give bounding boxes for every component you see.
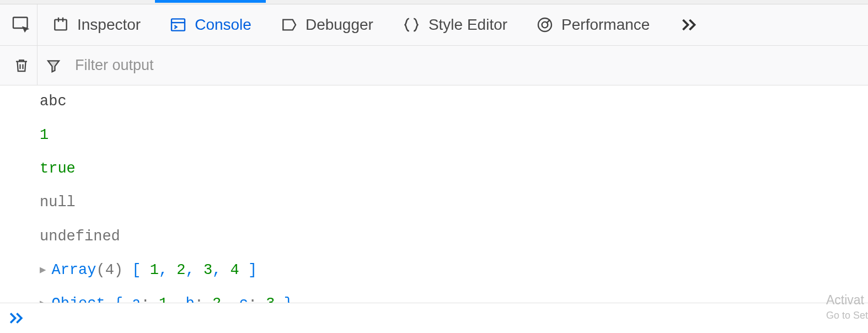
element-picker-icon [12,15,31,35]
log-number: 1 [40,125,49,146]
tab-console-label: Console [195,16,251,34]
svg-rect-0 [13,18,28,29]
tab-style-editor[interactable]: Style Editor [388,4,522,46]
tab-console[interactable]: Console [155,4,266,46]
log-line: true [0,153,868,186]
log-object-content: Object { a: 1, b: 2, c: 3 } [51,293,292,303]
tab-style-editor-label: Style Editor [428,16,507,34]
log-null: null [40,192,76,213]
expand-triangle-icon: ▶ [40,297,46,303]
chevron-double-right-icon [679,15,699,35]
log-line: 1 [0,119,868,153]
console-input-bar[interactable] [0,303,868,333]
log-line: abc [0,85,868,119]
tab-performance-label: Performance [561,16,650,34]
log-line: undefined [0,221,868,254]
log-line-array[interactable]: ▶ Array(4) [ 1, 2, 3, 4 ] [0,254,868,288]
tab-performance[interactable]: Performance [522,4,664,46]
log-string: abc [40,91,67,112]
performance-icon [536,16,554,34]
console-output: abc 1 true null undefined ▶ Array(4) [ 1… [0,85,868,303]
log-line-object[interactable]: ▶ Object { a: 1, b: 2, c: 3 } [0,288,868,303]
tab-inspector-label: Inspector [77,16,141,34]
inspector-icon [52,16,69,34]
log-undefined: undefined [40,226,120,248]
expand-triangle-icon: ▶ [40,263,46,278]
log-boolean: true [40,158,76,180]
filter-input[interactable] [69,57,862,74]
tab-inspector[interactable]: Inspector [37,4,155,46]
filter-toggle-button[interactable] [37,46,69,85]
debugger-icon [280,16,298,34]
devtools-tab-bar: Inspector Console Debugger Style Editor [0,4,868,46]
svg-rect-4 [172,19,185,30]
tab-debugger[interactable]: Debugger [266,4,388,46]
element-picker-button[interactable] [6,4,37,46]
svg-line-8 [546,20,550,23]
log-line: null [0,186,868,220]
console-filter-bar [0,46,868,85]
tab-debugger-label: Debugger [306,16,373,34]
tabs-overflow-button[interactable] [675,4,703,46]
console-icon [169,16,187,34]
funnel-icon [45,57,62,74]
clear-console-button[interactable] [6,46,37,85]
style-editor-icon [402,15,421,34]
svg-rect-1 [55,20,66,30]
trash-icon [13,57,30,74]
log-array-content: Array(4) [ 1, 2, 3, 4 ] [51,260,257,281]
prompt-chevron-icon [7,309,25,327]
